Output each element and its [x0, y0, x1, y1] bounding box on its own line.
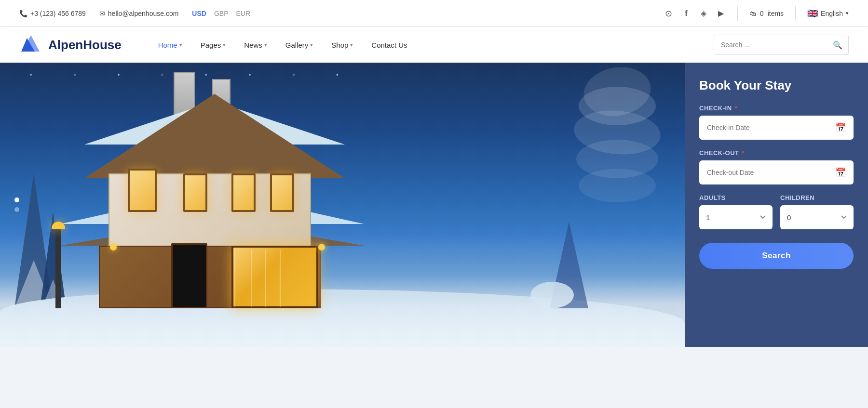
- logo-icon: [19, 33, 42, 56]
- checkin-input[interactable]: [707, 124, 835, 132]
- booking-search-button[interactable]: Search: [699, 243, 854, 269]
- checkout-required: *: [740, 149, 745, 157]
- email-contact[interactable]: ✉ hello@alpenhouse.com: [99, 10, 179, 17]
- adults-select[interactable]: 1 2 3 4 5: [699, 205, 773, 229]
- slide-dots: [14, 197, 19, 212]
- flag-icon: 🇬🇧: [807, 8, 818, 19]
- nav-news-label: News: [244, 41, 262, 49]
- house: [58, 63, 395, 308]
- email-address: hello@alpenhouse.com: [108, 10, 179, 17]
- youtube-icon[interactable]: ▶: [716, 9, 726, 18]
- language-chevron-icon: ▾: [846, 10, 849, 16]
- language-switcher[interactable]: 🇬🇧 English ▾: [807, 8, 849, 19]
- slide-dot-1[interactable]: [14, 197, 19, 202]
- nav-gallery-label: Gallery: [285, 41, 309, 49]
- language-label: English: [821, 10, 843, 17]
- adults-group: ADULTS 1 2 3 4 5: [699, 194, 773, 229]
- currency-switcher: USD GBP EUR: [192, 10, 250, 17]
- main-nav: Home ▾ Pages ▾ News ▾ Gallery ▾ Shop ▾ C…: [150, 37, 714, 53]
- nav-shop-chevron-icon: ▾: [350, 42, 353, 48]
- search-button[interactable]: 🔍: [827, 40, 848, 50]
- nav-home-label: Home: [158, 41, 177, 49]
- nav-pages-label: Pages: [201, 41, 221, 49]
- booking-panel: Book Your Stay CHECK-IN * 📅 CHECK-OUT * …: [685, 63, 868, 347]
- currency-gbp[interactable]: GBP: [214, 10, 229, 17]
- nav-pages-chevron-icon: ▾: [223, 42, 226, 48]
- checkout-group: CHECK-OUT * 📅: [699, 149, 854, 184]
- hero-image: [0, 63, 685, 347]
- nav-contact-label: Contact Us: [371, 41, 407, 49]
- checkout-label: CHECK-OUT *: [699, 149, 854, 157]
- children-group: CHILDREN 0 1 2 3 4: [780, 194, 854, 229]
- instagram-icon[interactable]: ◈: [699, 9, 708, 18]
- currency-usd[interactable]: USD: [192, 10, 206, 17]
- nav-home-chevron-icon: ▾: [179, 42, 182, 48]
- social-icons: ⊙ f ◈ ▶: [664, 9, 726, 18]
- adults-label: ADULTS: [699, 194, 773, 201]
- search-bar: 🔍: [714, 35, 849, 55]
- nav-home[interactable]: Home ▾: [150, 37, 190, 53]
- nav-pages[interactable]: Pages ▾: [193, 37, 234, 53]
- hero-section: Book Your Stay CHECK-IN * 📅 CHECK-OUT * …: [0, 63, 868, 347]
- booking-title: Book Your Stay: [699, 78, 854, 93]
- divider: [737, 6, 738, 21]
- nav-news-chevron-icon: ▾: [264, 42, 267, 48]
- checkin-label: CHECK-IN *: [699, 105, 854, 112]
- nav-shop[interactable]: Shop ▾: [324, 37, 361, 53]
- checkout-input-wrapper[interactable]: 📅: [699, 160, 854, 184]
- top-bar: 📞 +3 (123) 456 6789 ✉ hello@alpenhouse.c…: [0, 0, 868, 27]
- slide-dot-2[interactable]: [14, 207, 19, 212]
- tripadvisor-icon[interactable]: ⊙: [664, 9, 674, 18]
- currency-eur[interactable]: EUR: [236, 10, 251, 17]
- top-bar-left: 📞 +3 (123) 456 6789 ✉ hello@alpenhouse.c…: [19, 10, 250, 17]
- cart-icon: 🛍: [749, 10, 756, 17]
- checkin-calendar-icon: 📅: [835, 122, 846, 133]
- nav-shop-label: Shop: [331, 41, 348, 49]
- street-lamp: [55, 222, 61, 308]
- phone-number: +3 (123) 456 6789: [30, 10, 86, 17]
- divider2: [795, 6, 796, 21]
- children-label: CHILDREN: [780, 194, 854, 201]
- top-bar-right: ⊙ f ◈ ▶ 🛍 0 items 🇬🇧 English ▾: [664, 6, 849, 21]
- email-icon: ✉: [99, 10, 105, 17]
- phone-icon: 📞: [19, 10, 27, 17]
- facebook-icon[interactable]: f: [681, 9, 691, 18]
- nav-gallery-chevron-icon: ▾: [310, 42, 313, 48]
- checkout-input[interactable]: [707, 169, 835, 176]
- snow-bush: [530, 282, 574, 308]
- header: AlpenHouse Home ▾ Pages ▾ News ▾ Gallery…: [0, 27, 868, 63]
- nav-news[interactable]: News ▾: [236, 37, 275, 53]
- phone-contact[interactable]: 📞 +3 (123) 456 6789: [19, 10, 86, 17]
- guests-row: ADULTS 1 2 3 4 5 CHILDREN 0 1 2 3 4: [699, 194, 854, 229]
- cart-area[interactable]: 🛍 0 items: [749, 10, 784, 17]
- nav-contact[interactable]: Contact Us: [364, 37, 415, 53]
- checkin-group: CHECK-IN * 📅: [699, 105, 854, 140]
- children-select[interactable]: 0 1 2 3 4: [780, 205, 854, 229]
- cart-count: 0: [760, 10, 764, 17]
- checkin-input-wrapper[interactable]: 📅: [699, 116, 854, 140]
- nav-gallery[interactable]: Gallery ▾: [278, 37, 321, 53]
- logo[interactable]: AlpenHouse: [19, 33, 122, 56]
- checkin-required: *: [733, 105, 738, 112]
- checkout-calendar-icon: 📅: [835, 167, 846, 178]
- frosted-tree: [569, 63, 665, 217]
- logo-text: AlpenHouse: [48, 38, 122, 53]
- search-input[interactable]: [714, 35, 827, 54]
- cart-label: items: [768, 10, 784, 17]
